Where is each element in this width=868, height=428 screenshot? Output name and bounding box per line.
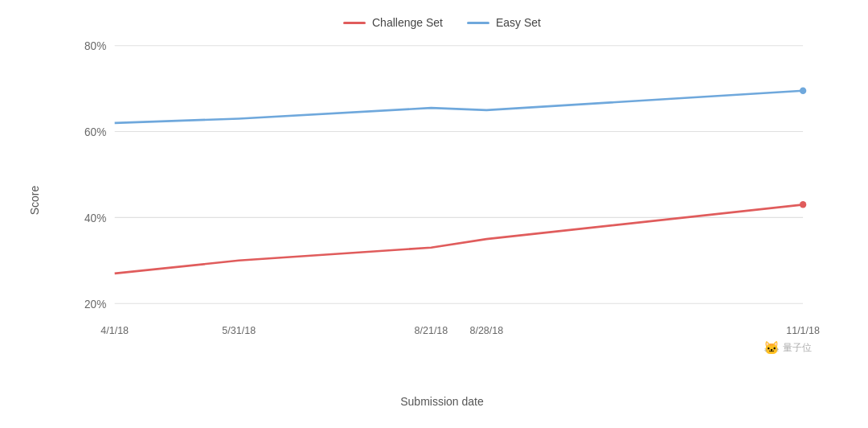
chart-container: Challenge Set Easy Set Score Submission …	[0, 0, 868, 428]
challenge-set-end-dot	[800, 201, 806, 208]
easy-set-line	[115, 91, 803, 123]
legend-line-challenge	[343, 22, 366, 24]
x-tick-4: 8/28/18	[469, 324, 503, 335]
easy-set-end-dot	[800, 88, 806, 95]
legend-label-easy: Easy Set	[496, 16, 541, 29]
y-tick-80: 80%	[84, 40, 106, 52]
x-axis-label: Submission date	[400, 395, 484, 408]
x-tick-3: 8/21/18	[415, 324, 448, 335]
legend-label-challenge: Challenge Set	[372, 16, 443, 29]
x-tick-1: 4/1/18	[100, 324, 129, 335]
chart-area: Score Submission date 80% 60% 40% 20%	[64, 37, 820, 364]
watermark-text: 量子位	[783, 341, 812, 355]
y-tick-40: 40%	[84, 212, 106, 224]
chart-legend: Challenge Set Easy Set	[343, 16, 541, 29]
x-tick-2: 5/31/18	[222, 324, 256, 335]
x-tick-5: 11/1/18	[786, 324, 820, 335]
y-axis-label: Score	[28, 186, 41, 216]
legend-item-easy: Easy Set	[467, 16, 541, 29]
y-tick-20: 20%	[84, 298, 106, 310]
watermark: 🐱 量子位	[764, 340, 812, 356]
legend-line-easy	[467, 22, 489, 24]
watermark-icon: 🐱	[764, 340, 780, 356]
legend-item-challenge: Challenge Set	[343, 16, 443, 29]
y-tick-60: 60%	[84, 126, 106, 138]
challenge-set-line	[115, 204, 803, 273]
chart-svg: 80% 60% 40% 20% 4/1/18 5/31/18 8/21/18 8…	[64, 37, 820, 364]
